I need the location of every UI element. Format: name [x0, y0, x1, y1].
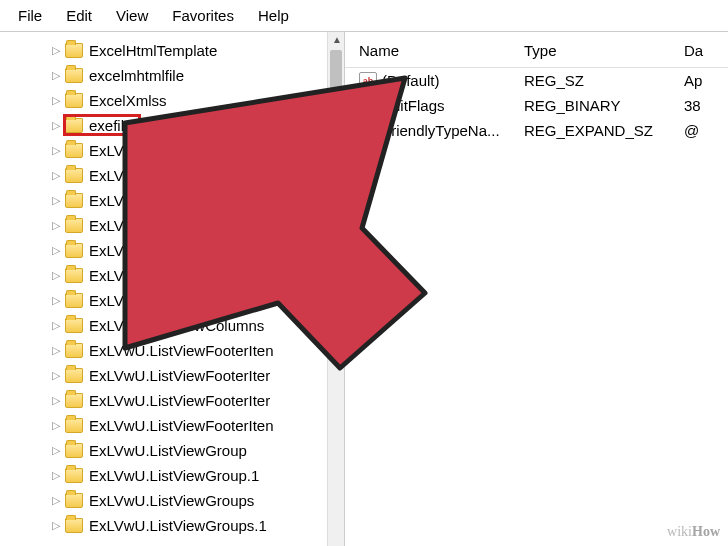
folder-icon	[65, 93, 83, 108]
folder-icon	[65, 443, 83, 458]
expand-icon[interactable]: ▷	[50, 294, 62, 307]
tree-item[interactable]: ▷ExLVwU.ListViewGroups	[50, 488, 344, 513]
tree-item[interactable]: ▷ExLVwU.ListViewGroups.1	[50, 513, 344, 538]
folder-icon	[65, 268, 83, 283]
expand-icon[interactable]: ▷	[50, 394, 62, 407]
registry-value-row[interactable]: 011EditFlagsREG_BINARY38	[345, 93, 728, 118]
tree-item[interactable]: ▷ExLVwU.ListViewFooterIten	[50, 413, 344, 438]
tree-item-label: ExLVwU.ListViewGroups	[86, 492, 254, 509]
detail-header: Name Type Da	[345, 32, 728, 68]
tree-item[interactable]: ▷exefile	[50, 113, 344, 138]
expand-icon[interactable]: ▷	[50, 119, 62, 132]
folder-icon	[65, 393, 83, 408]
folder-icon	[65, 43, 83, 58]
expand-icon[interactable]: ▷	[50, 369, 62, 382]
detail-panel: Name Type Da ab(Default)REG_SZAp011EditF…	[345, 32, 728, 546]
menu-view[interactable]: View	[104, 4, 160, 27]
folder-icon	[65, 193, 83, 208]
tree-item[interactable]: ▷ExLVwU.ListViewColun	[50, 263, 344, 288]
folder-icon	[65, 243, 83, 258]
string-value-icon: ab	[359, 122, 377, 140]
folder-icon	[65, 418, 83, 433]
tree-item[interactable]: ▷ExLVwU.ListViewGroup.1	[50, 463, 344, 488]
expand-icon[interactable]: ▷	[50, 519, 62, 532]
tree-item[interactable]: ▷ExcelXmlss	[50, 88, 344, 113]
registry-value-row[interactable]: abFriendlyTypeNa...REG_EXPAND_SZ@	[345, 118, 728, 143]
expand-icon[interactable]: ▷	[50, 169, 62, 182]
tree-item-label: ExLVwU.ListViewColun	[86, 267, 244, 284]
tree-item[interactable]: ▷ExcelHtmlTemplate	[50, 38, 344, 63]
column-header-type[interactable]: Type	[524, 42, 684, 59]
tree-item[interactable]: ▷excelmhtmlfile	[50, 63, 344, 88]
tree-item[interactable]: ▷ExLVwU.ListViewColumns	[50, 288, 344, 313]
expand-icon[interactable]: ▷	[50, 219, 62, 232]
tree-item-label: ExLVwU.Con	[86, 167, 177, 184]
detail-rows: ab(Default)REG_SZAp011EditFlagsREG_BINAR…	[345, 68, 728, 143]
folder-icon	[65, 493, 83, 508]
watermark: wikiHow	[667, 524, 720, 540]
expand-icon[interactable]: ▷	[50, 269, 62, 282]
expand-icon[interactable]: ▷	[50, 344, 62, 357]
tree-item-label: ExLVwU.C	[86, 142, 160, 159]
tree-item-label: ExLVwU.ListViewFooterIter	[86, 367, 270, 384]
tree-panel: ▷ExcelHtmlTemplate▷excelmhtmlfile▷ExcelX…	[0, 32, 345, 546]
menu-favorites[interactable]: Favorites	[160, 4, 246, 27]
expand-icon[interactable]: ▷	[50, 144, 62, 157]
column-header-data[interactable]: Da	[684, 42, 716, 59]
menu-file[interactable]: File	[6, 4, 54, 27]
tree-item[interactable]: ▷ExLVwU.ListViewFooterIter	[50, 388, 344, 413]
folder-icon	[65, 118, 83, 133]
tree-item[interactable]: ▷ExLVwU.ExplorerLis	[50, 213, 344, 238]
tree-item-label: ExLVwU.ListViewFooterIten	[86, 342, 274, 359]
expand-icon[interactable]: ▷	[50, 194, 62, 207]
scroll-up-icon[interactable]: ▲	[332, 34, 342, 45]
menubar: File Edit View Favorites Help	[0, 0, 728, 32]
expand-icon[interactable]: ▷	[50, 444, 62, 457]
expand-icon[interactable]: ▷	[50, 469, 62, 482]
scrollbar-thumb[interactable]	[330, 50, 342, 110]
tree-item[interactable]: ▷ExLVwU.ListViewColumns	[50, 313, 344, 338]
folder-icon	[65, 293, 83, 308]
tree-item-label: ExLVwU.ListViewColumns	[86, 317, 264, 334]
tree-item-label: ExLVwU.Explorer	[86, 192, 205, 209]
expand-icon[interactable]: ▷	[50, 494, 62, 507]
folder-icon	[65, 143, 83, 158]
tree-list: ▷ExcelHtmlTemplate▷excelmhtmlfile▷ExcelX…	[0, 38, 344, 538]
tree-item-label: ExLVwU.ListViewGroup.1	[86, 467, 259, 484]
column-header-name[interactable]: Name	[359, 42, 524, 59]
menu-edit[interactable]: Edit	[54, 4, 104, 27]
menu-help[interactable]: Help	[246, 4, 301, 27]
tree-item[interactable]: ▷ExLVwU.ListViewColu	[50, 238, 344, 263]
value-data: Ap	[684, 72, 716, 89]
folder-icon	[65, 468, 83, 483]
expand-icon[interactable]: ▷	[50, 94, 62, 107]
expand-icon[interactable]: ▷	[50, 44, 62, 57]
tree-item-label: excelmhtmlfile	[86, 67, 184, 84]
folder-icon	[65, 518, 83, 533]
folder-icon	[65, 318, 83, 333]
tree-item[interactable]: ▷ExLVwU.ListViewFooterIter	[50, 363, 344, 388]
tree-item-label: ExLVwU.ListViewFooterIter	[86, 392, 270, 409]
value-type: REG_SZ	[524, 72, 684, 89]
value-data: @	[684, 122, 716, 139]
value-name: EditFlags	[382, 97, 524, 114]
expand-icon[interactable]: ▷	[50, 69, 62, 82]
expand-icon[interactable]: ▷	[50, 319, 62, 332]
tree-item[interactable]: ▷ExLVwU.Explorer	[50, 188, 344, 213]
folder-icon	[65, 368, 83, 383]
expand-icon[interactable]: ▷	[50, 419, 62, 432]
tree-item[interactable]: ▷ExLVwU.Con	[50, 163, 344, 188]
value-name: (Default)	[382, 72, 524, 89]
registry-value-row[interactable]: ab(Default)REG_SZAp	[345, 68, 728, 93]
expand-icon[interactable]: ▷	[50, 244, 62, 257]
value-type: REG_EXPAND_SZ	[524, 122, 684, 139]
value-data: 38	[684, 97, 716, 114]
tree-item[interactable]: ▷ExLVwU.C	[50, 138, 344, 163]
tree-item-label: ExcelHtmlTemplate	[86, 42, 217, 59]
tree-item[interactable]: ▷ExLVwU.ListViewGroup	[50, 438, 344, 463]
tree-item-label: ExLVwU.ListViewGroups.1	[86, 517, 267, 534]
folder-icon	[65, 218, 83, 233]
binary-value-icon: 011	[359, 97, 377, 115]
tree-scrollbar[interactable]: ▲	[327, 32, 344, 546]
tree-item[interactable]: ▷ExLVwU.ListViewFooterIten	[50, 338, 344, 363]
